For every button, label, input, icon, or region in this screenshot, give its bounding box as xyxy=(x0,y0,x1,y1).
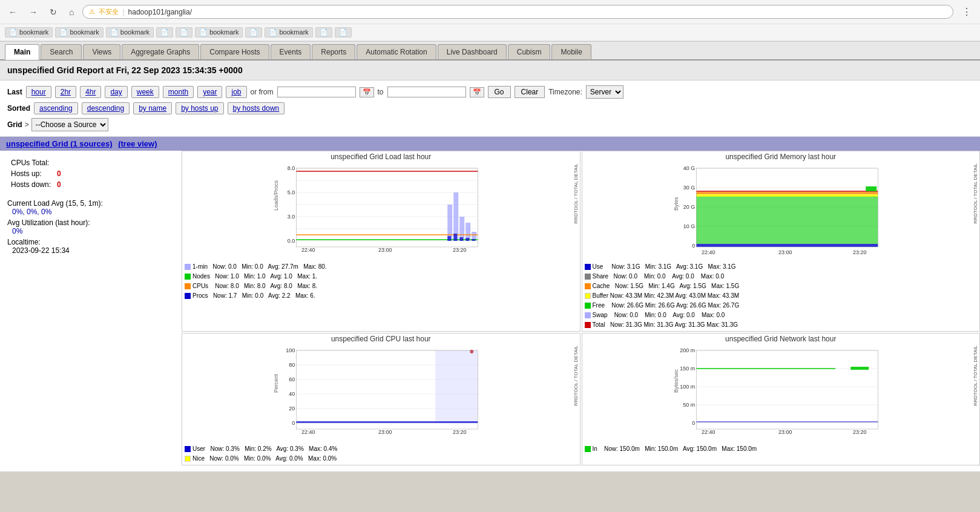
browser-menu-button[interactable]: ⋮ xyxy=(958,4,975,20)
tab-views[interactable]: Views xyxy=(83,44,120,59)
main-wrapper: Main Search Views Aggregate Graphs Compa… xyxy=(0,42,980,471)
bookmark-item[interactable]: 📄 bookmark xyxy=(5,27,53,38)
chart-memory-body: 40 G 30 G 20 G 10 G 0 22:40 23:00 23:20 xyxy=(582,162,980,261)
util-label: Avg Utilization (last hour): xyxy=(7,218,174,227)
bookmark-item[interactable]: 📄 bookmark xyxy=(195,27,243,38)
chart-memory-side-label: RRDTOOL / TOTAL DETAIL xyxy=(972,162,979,225)
svg-rect-27 xyxy=(472,239,475,241)
page-content: unspecified Grid Report at Fri, 22 Sep 2… xyxy=(0,61,980,471)
bookmark-item[interactable]: 📄 xyxy=(315,27,332,38)
svg-text:200 m: 200 m xyxy=(680,347,695,353)
tab-mobile[interactable]: Mobile xyxy=(551,44,591,59)
svg-text:23:20: 23:20 xyxy=(453,247,467,253)
security-text: 不安全 xyxy=(99,7,119,16)
svg-text:20: 20 xyxy=(289,405,295,412)
last-label: Last xyxy=(7,88,22,96)
svg-text:3.0: 3.0 xyxy=(288,214,295,220)
tab-live-dashboard[interactable]: Live Dashboard xyxy=(438,44,507,59)
sort-btn-ascending[interactable]: ascending xyxy=(34,102,78,114)
from-calendar-button[interactable]: 📅 xyxy=(360,87,374,97)
svg-text:Bytes/sec: Bytes/sec xyxy=(673,369,679,393)
svg-text:5.0: 5.0 xyxy=(288,189,295,195)
chart-cpu-body: 100 80 60 40 20 0 22:40 23:00 xyxy=(182,344,580,443)
svg-rect-66 xyxy=(435,350,478,423)
tab-compare-hosts[interactable]: Compare Hosts xyxy=(200,44,269,59)
time-btn-4hr[interactable]: 4hr xyxy=(80,86,101,98)
time-btn-year[interactable]: year xyxy=(197,86,222,98)
time-btn-2hr[interactable]: 2hr xyxy=(55,86,76,98)
svg-rect-45 xyxy=(696,192,878,194)
tab-aggregate-graphs[interactable]: Aggregate Graphs xyxy=(122,44,199,59)
timezone-select[interactable]: Server UTC Local xyxy=(586,85,623,99)
browser-toolbar: ← → ↻ ⌂ ⚠ 不安全 | hadoop101/ganglia/ ⋮ xyxy=(0,0,980,24)
grid-label: Grid xyxy=(7,120,22,129)
localtime-value: 2023-09-22 15:34 xyxy=(12,246,174,255)
grid-stats-table: CPUs Total: Hosts up: 0 Hosts down: 0 xyxy=(7,157,65,191)
bookmark-item[interactable]: 📄 xyxy=(156,27,173,38)
tab-automatic-rotation[interactable]: Automatic Rotation xyxy=(357,44,436,59)
localtime-label: Localtime: xyxy=(7,238,174,246)
grid-charts: unspecified Grid Load last hour xyxy=(182,151,980,465)
bookmark-item[interactable]: 📄 bookmark xyxy=(55,27,103,38)
svg-text:40: 40 xyxy=(289,391,295,397)
svg-text:23:20: 23:20 xyxy=(453,429,467,435)
sort-btn-descending[interactable]: descending xyxy=(82,102,130,114)
svg-text:0: 0 xyxy=(692,420,695,426)
time-btn-day[interactable]: day xyxy=(105,86,127,98)
home-button[interactable]: ⌂ xyxy=(65,5,77,19)
tab-cubism[interactable]: Cubism xyxy=(508,44,551,59)
grid-header-tree[interactable]: (tree view) xyxy=(118,139,157,148)
source-select[interactable]: --Choose a Source xyxy=(31,118,108,131)
tab-search[interactable]: Search xyxy=(41,44,82,59)
from-date-input[interactable] xyxy=(277,87,356,97)
bookmark-item[interactable]: 📄 xyxy=(335,27,352,38)
clear-button[interactable]: Clear xyxy=(515,86,545,98)
svg-text:100: 100 xyxy=(286,347,295,353)
svg-rect-67 xyxy=(296,421,478,423)
svg-text:23:20: 23:20 xyxy=(852,429,866,435)
sort-btn-by-name[interactable]: by name xyxy=(133,102,172,114)
chart-cpu-side-label: RRDTOOL / TOTAL DETAIL xyxy=(573,344,580,407)
bookmark-item[interactable]: 📄 xyxy=(245,27,262,38)
bookmark-item[interactable]: 📄 bookmark xyxy=(265,27,312,38)
tab-main[interactable]: Main xyxy=(5,44,39,60)
timezone-label: Timezone: xyxy=(548,88,582,96)
bookmark-item[interactable]: 📄 bookmark xyxy=(106,27,154,38)
refresh-button[interactable]: ↻ xyxy=(46,5,61,19)
forward-button[interactable]: → xyxy=(25,5,41,19)
svg-rect-24 xyxy=(453,234,457,241)
svg-rect-84 xyxy=(850,367,869,370)
go-button[interactable]: Go xyxy=(488,86,511,98)
grid-source-row: Grid > --Choose a Source xyxy=(7,118,973,131)
load-avg-label: Current Load Avg (15, 5, 1m): xyxy=(7,199,174,208)
svg-text:50 m: 50 m xyxy=(683,402,695,408)
sort-btn-by-hosts-down[interactable]: by hosts down xyxy=(228,102,285,114)
tab-bar: Main Search Views Aggregate Graphs Compa… xyxy=(0,42,980,61)
url-text[interactable]: hadoop101/ganglia/ xyxy=(128,8,947,16)
svg-text:0: 0 xyxy=(292,420,295,426)
tab-events[interactable]: Events xyxy=(271,44,311,59)
tab-reports[interactable]: Reports xyxy=(312,44,355,59)
svg-rect-44 xyxy=(696,194,878,197)
svg-text:22:40: 22:40 xyxy=(301,429,315,435)
svg-rect-23 xyxy=(447,236,451,241)
time-btn-job[interactable]: job xyxy=(226,86,246,98)
svg-rect-25 xyxy=(459,237,463,241)
time-btn-month[interactable]: month xyxy=(163,86,194,98)
bookmarks-bar: 📄 bookmark 📄 bookmark 📄 bookmark 📄 📄 📄 b… xyxy=(0,24,980,41)
sorted-label: Sorted xyxy=(7,104,30,113)
to-date-input[interactable] xyxy=(387,87,466,97)
time-btn-week[interactable]: week xyxy=(131,86,159,98)
sort-btn-by-hosts-up[interactable]: by hosts up xyxy=(176,102,223,114)
controls-area: Last hour 2hr 4hr day week month year jo… xyxy=(0,80,980,137)
svg-rect-26 xyxy=(465,238,469,241)
chart-cpu-svg: 100 80 60 40 20 0 22:40 23:00 xyxy=(182,344,580,441)
to-calendar-button[interactable]: 📅 xyxy=(470,87,484,97)
back-button[interactable]: ← xyxy=(5,5,21,19)
time-btn-hour[interactable]: hour xyxy=(26,86,51,98)
svg-text:10 G: 10 G xyxy=(683,223,695,229)
svg-text:80: 80 xyxy=(289,362,295,368)
hosts-up-value: 0 xyxy=(54,169,64,179)
bookmark-item[interactable]: 📄 xyxy=(176,27,192,38)
chart-memory-svg: 40 G 30 G 20 G 10 G 0 22:40 23:00 23:20 xyxy=(582,162,980,259)
